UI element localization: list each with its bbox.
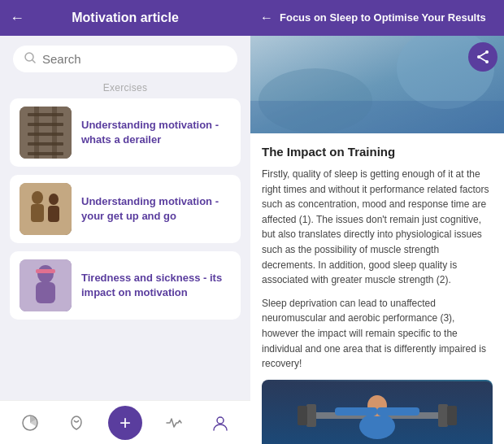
svg-rect-17	[36, 282, 55, 303]
section-title: The Impact on Training	[262, 145, 493, 159]
article-thumbnail-3	[20, 259, 72, 311]
search-container	[0, 36, 250, 79]
content-image	[262, 380, 493, 444]
list-item[interactable]: Tiredness and sickness - its impact on m…	[10, 251, 241, 320]
svg-rect-9	[28, 152, 63, 155]
search-icon	[24, 52, 36, 66]
svg-rect-6	[28, 123, 63, 126]
nav-profile-icon[interactable]	[206, 408, 235, 437]
svg-point-11	[32, 191, 43, 204]
back-button-left[interactable]: ←	[10, 10, 24, 27]
svg-rect-39	[377, 407, 419, 416]
paragraph-1: Firstly, quality of sleep is getting eno…	[262, 167, 493, 288]
svg-rect-12	[31, 204, 44, 222]
svg-line-28	[479, 52, 487, 57]
svg-rect-14	[48, 206, 59, 222]
svg-point-16	[37, 265, 54, 283]
svg-rect-34	[438, 404, 448, 427]
svg-line-1	[33, 60, 35, 63]
paragraph-2: Sleep deprivation can lead to unaffected…	[262, 296, 493, 372]
svg-rect-38	[335, 407, 377, 416]
svg-rect-24	[250, 101, 504, 133]
article-title-3: Tiredness and sickness - its impact on m…	[81, 271, 231, 300]
hero-image	[250, 36, 504, 133]
svg-rect-10	[20, 183, 72, 235]
svg-rect-32	[306, 404, 316, 427]
svg-line-29	[479, 57, 487, 62]
svg-rect-18	[36, 269, 55, 273]
articles-list: Understanding motivation - whats a derai…	[0, 98, 250, 400]
svg-rect-7	[28, 133, 63, 136]
search-input[interactable]	[42, 52, 226, 66]
svg-rect-35	[447, 406, 457, 425]
nav-health-icon[interactable]	[159, 408, 189, 437]
article-title-1: Understanding motivation - whats a derai…	[81, 118, 231, 147]
search-bar	[13, 46, 237, 72]
right-panel-title: Focus on Sleep to Optimise Your Results	[280, 11, 486, 25]
left-panel-title: Motivation article	[72, 11, 179, 25]
content-body: The Impact on Training Firstly, quality …	[250, 133, 504, 444]
article-content: The Impact on Training Firstly, quality …	[250, 36, 504, 444]
right-panel: ← Focus on Sleep to Optimise Your Result…	[250, 0, 504, 444]
svg-rect-5	[28, 113, 63, 116]
left-panel: ← Motivation article Exercises	[0, 0, 250, 444]
svg-point-20	[217, 417, 224, 424]
svg-point-36	[359, 413, 395, 439]
bottom-nav: +	[0, 400, 250, 444]
list-item[interactable]: Understanding motivation - whats a derai…	[10, 98, 241, 167]
share-button[interactable]	[468, 42, 497, 72]
nav-stats-icon[interactable]	[15, 408, 45, 437]
svg-point-13	[49, 194, 59, 205]
left-header: ← Motivation article	[0, 0, 250, 36]
nav-add-button[interactable]: +	[108, 406, 142, 440]
article-thumbnail-2	[20, 183, 72, 235]
article-title-2: Understanding motivation - your get up a…	[81, 194, 231, 224]
back-button-right[interactable]: ←	[260, 11, 273, 25]
nav-nutrition-icon[interactable]	[62, 408, 91, 437]
svg-rect-8	[28, 142, 63, 146]
exercises-label: Exercises	[0, 79, 250, 98]
right-header: ← Focus on Sleep to Optimise Your Result…	[250, 0, 504, 36]
svg-rect-33	[298, 406, 307, 425]
list-item[interactable]: Understanding motivation - your get up a…	[10, 175, 241, 243]
article-thumbnail-1	[20, 107, 72, 159]
